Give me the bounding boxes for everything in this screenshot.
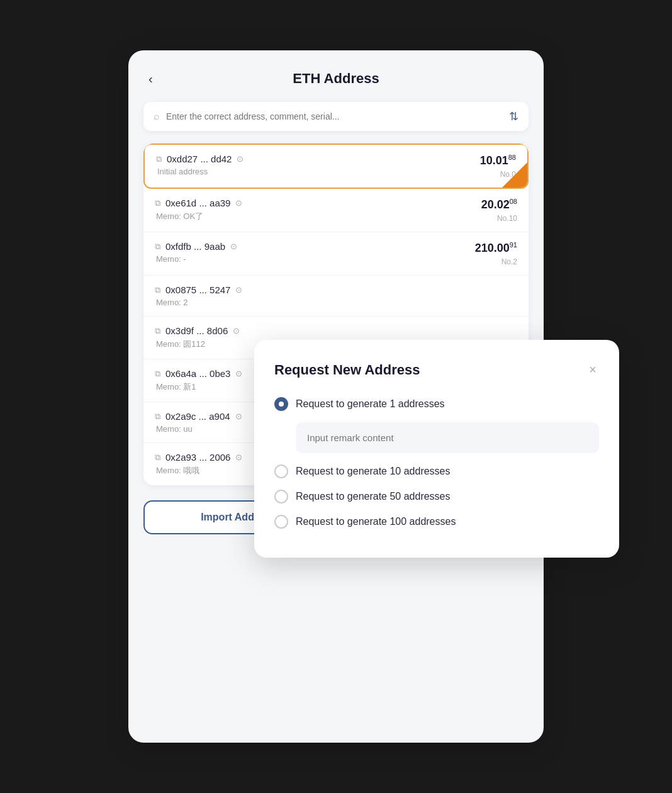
- address-memo: Memo: OK了: [156, 211, 242, 222]
- address-top: ⧉ 0x2a9c ... a904 ⊙: [155, 411, 242, 422]
- address-no: No.2: [501, 257, 517, 266]
- radio-option-50[interactable]: Request to generate 50 addresses: [274, 490, 599, 503]
- header: ‹ ETH Address: [143, 70, 529, 87]
- modal-request-new-address: Request New Address × Request to generat…: [254, 340, 619, 558]
- copy-icon[interactable]: ⧉: [155, 412, 160, 422]
- address-left: ⧉ 0x6a4a ... 0be3 ⊙ Memo: 新1: [155, 368, 242, 393]
- radio-label-50: Request to generate 50 addresses: [296, 491, 451, 502]
- back-button[interactable]: ‹: [143, 69, 158, 89]
- address-left: ⧉ 0x2a9c ... a904 ⊙ Memo: uu: [155, 411, 242, 434]
- copy-icon[interactable]: ⧉: [155, 242, 160, 252]
- search-addr-icon[interactable]: ⊙: [235, 412, 242, 421]
- address-left: ⧉ 0xdd27 ... dd42 ⊙ Initial address: [156, 154, 244, 176]
- radio-option-10[interactable]: Request to generate 10 addresses: [274, 464, 599, 478]
- search-icon: ⌕: [154, 111, 160, 122]
- search-addr-icon[interactable]: ⊙: [235, 453, 242, 462]
- address-left: ⧉ 0xe61d ... aa39 ⊙ Memo: OK了: [155, 198, 242, 222]
- search-addr-icon[interactable]: ⊙: [233, 326, 240, 335]
- address-memo: Memo: -: [156, 254, 237, 264]
- main-card: ‹ ETH Address ⌕ ⇅ ⧉ 0xdd27 ... dd42 ⊙ In…: [128, 50, 544, 743]
- radio-circle-10: [274, 464, 288, 478]
- search-addr-icon[interactable]: ⊙: [237, 154, 244, 164]
- radio-label-10: Request to generate 10 addresses: [296, 466, 451, 477]
- active-corner: [502, 162, 527, 188]
- address-memo: Memo: 圆112: [156, 339, 240, 350]
- modal-title: Request New Address: [274, 362, 420, 378]
- address-text: 0xfdfb ... 9aab: [165, 241, 225, 252]
- address-memo: Memo: uu: [156, 424, 242, 434]
- address-top: ⧉ 0xfdfb ... 9aab ⊙: [155, 241, 237, 252]
- address-text: 0x2a93 ... 2006: [165, 452, 230, 463]
- address-item[interactable]: ⧉ 0x0875 ... 5247 ⊙ Memo: 2: [143, 276, 529, 317]
- address-text: 0x0875 ... 5247: [165, 284, 230, 295]
- radio-option-1[interactable]: Request to generate 1 addresses: [274, 397, 599, 411]
- address-top: ⧉ 0x0875 ... 5247 ⊙: [155, 284, 242, 295]
- address-amount: 20.0208: [481, 198, 517, 211]
- search-addr-icon[interactable]: ⊙: [235, 369, 242, 378]
- address-item[interactable]: ⧉ 0xfdfb ... 9aab ⊙ Memo: - 210.0091 No.…: [143, 232, 529, 276]
- address-text: 0xdd27 ... dd42: [167, 154, 232, 164]
- address-text: 0x2a9c ... a904: [165, 411, 230, 422]
- address-memo: Memo: 2: [156, 298, 242, 307]
- filter-icon[interactable]: ⇅: [509, 110, 518, 123]
- copy-icon[interactable]: ⧉: [155, 285, 160, 295]
- radio-option-100[interactable]: Request to generate 100 addresses: [274, 515, 599, 529]
- address-right: 210.0091 No.2: [475, 241, 517, 266]
- remark-input[interactable]: [296, 422, 599, 453]
- search-addr-icon[interactable]: ⊙: [235, 285, 242, 295]
- search-addr-icon[interactable]: ⊙: [235, 198, 242, 208]
- address-top: ⧉ 0x2a93 ... 2006 ⊙: [155, 452, 242, 463]
- radio-circle-1: [274, 397, 288, 411]
- search-addr-icon[interactable]: ⊙: [230, 242, 237, 251]
- search-bar: ⌕ ⇅: [143, 102, 529, 131]
- address-item[interactable]: ⧉ 0xdd27 ... dd42 ⊙ Initial address 10.0…: [143, 143, 529, 189]
- address-memo: Memo: 新1: [156, 381, 242, 393]
- copy-icon[interactable]: ⧉: [155, 198, 160, 208]
- address-no: No.10: [497, 214, 517, 223]
- search-input[interactable]: [166, 111, 503, 121]
- address-left: ⧉ 0x0875 ... 5247 ⊙ Memo: 2: [155, 284, 242, 307]
- address-memo: Initial address: [157, 167, 244, 176]
- radio-circle-100: [274, 515, 288, 529]
- address-amount: 210.0091: [475, 241, 517, 255]
- address-text: 0x6a4a ... 0be3: [165, 368, 230, 379]
- address-left: ⧉ 0x2a93 ... 2006 ⊙ Memo: 哦哦: [155, 452, 242, 476]
- address-left: ⧉ 0x3d9f ... 8d06 ⊙ Memo: 圆112: [155, 325, 240, 350]
- address-memo: Memo: 哦哦: [156, 465, 242, 476]
- copy-icon[interactable]: ⧉: [155, 453, 160, 463]
- address-item[interactable]: ⧉ 0xe61d ... aa39 ⊙ Memo: OK了 20.0208 No…: [143, 189, 529, 232]
- copy-icon[interactable]: ⧉: [156, 154, 162, 164]
- address-text: 0xe61d ... aa39: [165, 198, 230, 208]
- radio-circle-50: [274, 490, 288, 503]
- copy-icon[interactable]: ⧉: [155, 326, 160, 336]
- address-top: ⧉ 0x3d9f ... 8d06 ⊙: [155, 325, 240, 336]
- copy-icon[interactable]: ⧉: [155, 369, 160, 379]
- address-right: 20.0208 No.10: [481, 198, 517, 223]
- page-title: ETH Address: [293, 70, 379, 87]
- radio-label-1: Request to generate 1 addresses: [296, 398, 445, 410]
- modal-header: Request New Address ×: [274, 360, 599, 380]
- address-left: ⧉ 0xfdfb ... 9aab ⊙ Memo: -: [155, 241, 237, 264]
- address-top: ⧉ 0xe61d ... aa39 ⊙: [155, 198, 242, 208]
- address-text: 0x3d9f ... 8d06: [165, 325, 228, 336]
- modal-close-button[interactable]: ×: [586, 360, 599, 380]
- address-top: ⧉ 0x6a4a ... 0be3 ⊙: [155, 368, 242, 379]
- address-top: ⧉ 0xdd27 ... dd42 ⊙: [156, 154, 244, 164]
- radio-label-100: Request to generate 100 addresses: [296, 516, 456, 527]
